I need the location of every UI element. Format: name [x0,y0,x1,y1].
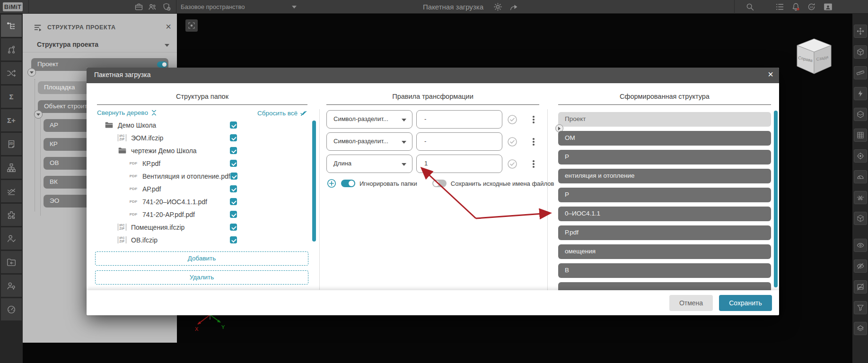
shuffle-icon[interactable] [1,62,22,84]
sum-plus-icon[interactable]: Σ+ [1,109,22,131]
trend-lines-icon[interactable] [1,180,22,202]
apply-rule-icon[interactable] [507,114,518,125]
result-item[interactable]: ентиляция и отопление [558,169,771,183]
doc-2d-icon[interactable]: 2D [1,133,22,155]
result-item[interactable]: Р [558,150,771,164]
protractor-icon[interactable] [854,170,867,183]
screenshot-tool[interactable] [185,19,198,32]
add-button[interactable]: Добавить [95,251,308,266]
list-icon[interactable] [775,2,785,12]
search-icon[interactable] [745,2,755,12]
file-tree-row[interactable]: IFCZIP PDF АР.pdf [113,182,238,195]
close-icon[interactable]: × [166,21,171,32]
measure-icon[interactable] [854,66,867,79]
svg-text:2D: 2D [9,142,13,145]
briefcase-icon[interactable] [134,2,144,12]
result-item[interactable]: Проект [558,112,771,127]
plugin-icon[interactable] [1,204,22,226]
lightning-icon[interactable] [854,87,867,100]
zoom-fit-icon[interactable] [854,45,867,59]
file-checkbox[interactable] [230,198,237,205]
gauge-icon[interactable] [1,298,22,320]
target-icon[interactable] [854,149,867,163]
view-cube[interactable]: Справа Сзади [794,36,834,78]
save-button[interactable]: Сохранить [719,295,772,311]
rule-menu-icon[interactable] [530,114,537,125]
rule-type-select[interactable]: Символ-разделит... [326,132,412,151]
shield-clock-icon[interactable] [162,2,172,12]
rule-menu-icon[interactable] [530,136,537,147]
rule-value-input[interactable]: - [416,132,502,151]
result-item[interactable]: омещения [558,244,771,259]
add-rule-icon[interactable] [326,178,337,189]
ignore-folders-toggle[interactable] [341,180,355,187]
graph-branch-icon[interactable] [1,38,22,60]
rule-type-select[interactable]: Длина [326,155,412,173]
layers-icon[interactable] [854,322,867,335]
bell-icon[interactable] [791,2,801,12]
users-icon[interactable] [148,2,158,12]
panel-title: СТРУКТУРА ПРОЕКТА [47,24,116,31]
history-icon[interactable]: 10 [807,2,816,12]
user-location-icon[interactable] [1,275,22,297]
user-check-icon[interactable] [1,227,22,250]
user-icon[interactable] [823,2,833,12]
ignore-folders-label: Игнорировать папки [359,180,417,187]
result-item[interactable]: 0–ИОС4.1.1 [558,207,771,221]
ifczip-icon: IFCZIP [118,224,126,231]
visibility-toggle[interactable] [157,61,167,68]
header-underline [97,104,307,105]
rule-menu-icon[interactable] [530,158,537,170]
project-structure-icon[interactable] [1,15,22,37]
image-off-icon[interactable] [854,280,867,294]
visibility-off-icon[interactable] [854,259,867,273]
folder-import-icon[interactable] [1,251,22,273]
file-checkbox[interactable] [230,185,237,192]
section-box-icon[interactable] [854,108,867,121]
clip-plane-icon[interactable] [854,191,867,204]
file-tree-row[interactable]: IFCZIP PDF Помещения.ifczip [107,221,238,233]
close-icon[interactable]: × [768,69,773,80]
keep-names-toggle[interactable] [432,180,447,187]
app-logo[interactable]: BiMiT [3,2,23,11]
divider [28,0,29,14]
delete-button[interactable]: Удалить [95,270,308,285]
structure-selector[interactable]: Структура проекта [23,38,177,52]
divider [176,0,176,14]
file-tree-row[interactable]: IFCZIP PDF ОВ.ifczip [107,233,238,246]
ifczip-icon: IFCZIP [118,236,126,243]
apply-rule-icon[interactable] [507,136,518,147]
visibility-icon[interactable] [854,239,867,252]
sum-icon[interactable]: Σ [1,86,22,108]
result-item[interactable]: Р.pdf [558,225,771,240]
left-toolbar: Σ Σ+ 2D [0,14,23,363]
hierarchy-icon[interactable] [1,156,22,179]
apply-rule-icon[interactable] [507,158,518,170]
rule-value-input[interactable]: - [416,110,502,129]
gear-icon[interactable] [493,2,503,12]
result-item[interactable]: В [558,263,771,278]
grid-icon[interactable] [854,129,867,142]
filter-icon[interactable] [854,301,867,314]
panel-menu-icon[interactable] [33,23,44,33]
file-checkbox[interactable] [230,236,237,243]
file-checkbox[interactable] [230,173,237,180]
rule-type-select[interactable]: Символ-разделит... [326,110,412,129]
file-checkbox[interactable] [230,211,237,218]
result-item[interactable]: ОМ [558,131,771,146]
workspace-selector[interactable]: Базовое пространство [181,0,245,14]
cancel-button[interactable]: Отмена [669,295,713,311]
pan-icon[interactable] [854,25,867,38]
expander-icon[interactable] [34,110,43,119]
chevron-down-icon[interactable] [292,6,297,9]
result-item[interactable]: Р [558,188,771,202]
page-title: Пакетная загрузка [402,0,504,14]
file-tree-row[interactable]: IFCZIP PDF 741-20–ИОС4.1.1.pdf [113,195,238,208]
share-icon[interactable] [509,2,519,12]
result-scrollbar[interactable] [774,111,778,287]
file-checkbox[interactable] [230,224,237,231]
expander-icon[interactable] [27,68,36,77]
wireframe-cube-icon[interactable] [854,212,867,225]
file-tree-row[interactable]: IFCZIP PDF 741-20-АР.pdf.pdf [113,208,238,221]
rule-value-input[interactable]: 1 [416,155,502,173]
